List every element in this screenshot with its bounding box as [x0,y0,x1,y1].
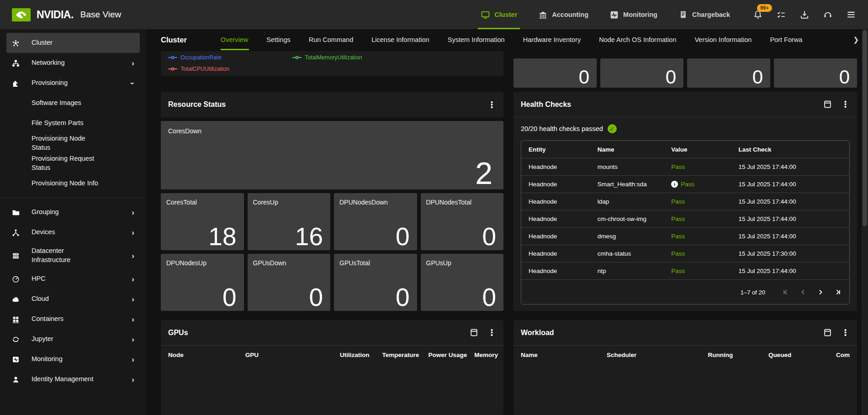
sidebar-item-provisioning-node-info[interactable]: Provisioning Node Info [6,173,140,194]
install-button[interactable] [799,10,810,20]
tab-version-information[interactable]: Version Information [694,29,752,50]
topnav-item-monitoring[interactable]: Monitoring [609,0,657,29]
network-icon [12,59,20,67]
column-header-power-usage[interactable]: Power Usage [426,352,474,358]
vertical-scrollbar[interactable] [862,29,868,415]
cell-value: Pass [664,163,731,170]
sidebar-item-file-system-parts[interactable]: File System Parts [6,113,140,133]
last-page-icon[interactable] [831,285,845,299]
next-page-icon[interactable] [814,285,827,299]
sidebar-item-identity-management[interactable]: Identity Management › [6,369,140,389]
status-tile[interactable]: 0 [513,58,597,88]
column-header-name[interactable]: Name [590,146,664,153]
sidebar-label: Identity Management [32,375,93,384]
kebab-icon[interactable]: ⋮ [841,100,850,109]
sidebar-item-cluster[interactable]: Cluster [6,33,140,53]
cell-value: Pass [664,215,731,222]
tile-dpunodestotal[interactable]: DPUNodesTotal 0 [421,193,504,250]
table-row[interactable]: Headnode ntp Pass 15 Jul 2025 17:44:00 [521,262,849,279]
notifications-button[interactable]: 99+ [753,10,763,20]
table-row[interactable]: Headnode dmesg Pass 15 Jul 2025 17:44:00 [521,227,849,245]
support-button[interactable] [823,10,833,20]
first-page-icon[interactable] [779,285,793,299]
sidebar-item-cloud[interactable]: Cloud › [6,289,140,309]
tile-corestotal[interactable]: CoresTotal 18 [161,193,244,250]
column-header-entity[interactable]: Entity [521,146,590,153]
menu-button[interactable] [846,10,856,20]
sidebar-item-hpc[interactable]: HPC › [6,269,140,289]
column-header-gpu[interactable]: GPU [238,352,331,358]
table-row[interactable]: Headnode cm-chroot-sw-img Pass 15 Jul 20… [521,210,849,227]
tab-overview[interactable]: Overview [221,29,248,50]
status-tile[interactable]: 0 [600,58,683,88]
tile-coresdown[interactable]: CoresDown 2 [161,121,503,189]
menu-icon [846,10,856,20]
column-header-node[interactable]: Node [161,352,238,358]
tab-settings[interactable]: Settings [266,29,290,50]
sidebar-item-provisioning[interactable]: Provisioning › [6,73,140,93]
table-icon[interactable] [823,328,832,337]
card-actions: ⋮ [470,328,496,337]
sidebar-item-provisioning-node-status[interactable]: Provisioning Node Status [6,133,140,153]
gpus-header: GPUs ⋮ [161,320,503,346]
topnav-item-cluster[interactable]: Cluster [481,0,517,29]
column-header-queued[interactable]: Queued [740,352,799,358]
tabs-scroll-right-button[interactable]: ❯ [853,36,859,44]
cluster-icon [12,39,20,47]
info-icon[interactable]: i [671,181,678,188]
tab-run-command[interactable]: Run Command [309,29,354,50]
table-icon[interactable] [823,100,832,109]
scrollbar-thumb[interactable] [863,30,867,226]
tab-port-forwarding[interactable]: Port Forwa [770,29,802,50]
chevron-right-icon: › [132,315,134,323]
tile-dpunodesdown[interactable]: DPUNodesDown 0 [334,193,417,250]
previous-page-icon[interactable] [796,285,810,299]
column-header-last-check[interactable]: Last Check [731,146,820,153]
tab-node-arch-os-information[interactable]: Node Arch OS Information [599,29,676,50]
table-icon[interactable] [470,328,478,337]
topnav-item-accounting[interactable]: Accounting [538,0,588,29]
status-tile[interactable]: 0 [774,58,857,88]
sidebar-item-software-images[interactable]: Software Images [6,93,140,113]
brand-name: NVIDIA. [37,9,74,21]
column-header-name[interactable]: Name [513,352,599,358]
column-header-memory[interactable]: Memory [474,352,503,358]
table-row[interactable]: Headnode cmha-status Pass 15 Jul 2025 17… [521,245,849,262]
status-tile[interactable]: 0 [687,58,770,88]
sidebar-item-grouping[interactable]: Grouping › [6,202,140,222]
tile-gpusup[interactable]: GPUsUp 0 [421,254,504,311]
table-row[interactable]: Headnode Smart_Health:sda iPass 15 Jul 2… [521,175,849,193]
column-header-scheduler[interactable]: Scheduler [599,352,675,358]
sidebar-item-jupyter[interactable]: Jupyter › [6,329,140,349]
sidebar-item-datacenter-infrastructure[interactable]: Datacenter Infrastructure › [6,242,140,269]
kebab-icon[interactable]: ⋮ [841,328,850,337]
column-header-value[interactable]: Value [664,146,731,153]
legend-occupationrate[interactable]: OccupationRate [168,54,292,61]
table-row[interactable]: Headnode ldap Pass 15 Jul 2025 17:44:00 [521,193,849,210]
tab-license-information[interactable]: License Information [371,29,429,50]
cell-entity: Headnode [521,198,590,205]
tasks-button[interactable] [776,10,786,20]
tab-system-information[interactable]: System Information [448,29,505,50]
column-header-running[interactable]: Running [675,352,740,358]
kebab-icon[interactable]: ⋮ [487,328,496,337]
tile-gpustotal[interactable]: GPUsTotal 0 [334,254,417,311]
sidebar-item-containers[interactable]: Containers › [6,309,140,329]
topnav-item-chargeback[interactable]: Chargeback [678,0,730,29]
legend-totalmemoryutilization[interactable]: TotalMemoryUtilization [292,54,362,61]
legend-totalcpuutilization[interactable]: TotalCPUUtilization [168,66,229,72]
kebab-icon[interactable]: ⋮ [487,100,496,109]
tile-dpunodesup[interactable]: DPUNodesUp 0 [161,254,244,311]
sidebar-item-provisioning-request-status[interactable]: Provisioning Request Status [6,153,140,173]
sidebar-item-monitoring[interactable]: Monitoring › [6,349,140,369]
table-row[interactable]: Headnode mounts Pass 15 Jul 2025 17:44:0… [521,158,849,175]
tile-gpusdown[interactable]: GPUsDown 0 [248,254,331,311]
tab-hardware-inventory[interactable]: Hardware Inventory [523,29,581,50]
column-header-completed[interactable]: Com [799,352,857,358]
column-header-temperature[interactable]: Temperature [377,352,427,358]
tile-coresup[interactable]: CoresUp 16 [248,193,331,250]
sidebar-item-devices[interactable]: Devices › [6,222,140,242]
column-header-utilization[interactable]: Utilization [330,352,376,358]
sidebar-item-networking[interactable]: Networking › [6,53,140,73]
cell-name: dmesg [590,233,664,240]
